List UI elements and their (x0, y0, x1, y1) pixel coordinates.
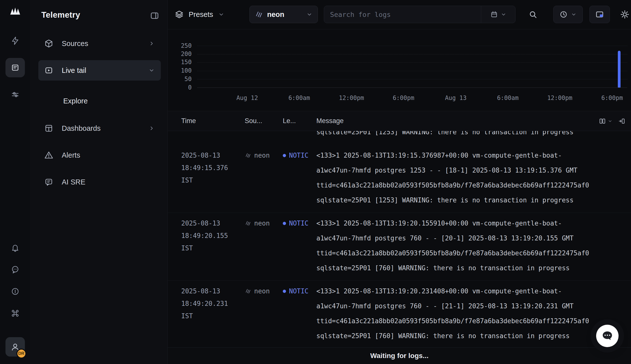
calendar-icon (490, 10, 498, 18)
chevron-down-icon (571, 12, 577, 18)
topbar: Presets neon (168, 0, 631, 29)
log-message-clipped: sqlstate=25P01 [1253] WARNING: there is … (316, 131, 631, 140)
y-tick-label: 50 (168, 76, 192, 82)
log-time: 2025-08-1318:49:15.376IST (181, 148, 245, 208)
grid-icon (44, 124, 53, 133)
log-time: 2025-08-1318:49:20.155IST (181, 216, 245, 276)
chevron-down-icon (306, 11, 313, 18)
x-axis-line (197, 88, 627, 88)
sidebar-item-live-tail[interactable]: Live tail (38, 60, 161, 80)
gridline (197, 46, 627, 46)
sidebar-item-dashboards[interactable]: Dashboards (38, 118, 161, 138)
chevron-right-icon (148, 40, 155, 47)
x-tick-label: 6:00pm (393, 94, 414, 102)
columns-icon (599, 117, 606, 125)
rail-item-logs[interactable] (6, 58, 25, 77)
y-tick-label: 200 (168, 50, 192, 58)
expand-columns-button[interactable] (618, 117, 625, 125)
x-tick-label: 6:00pm (601, 94, 623, 102)
sidebar-item-label: Live tail (62, 66, 86, 74)
sidebar-item-sources[interactable]: Sources (38, 33, 161, 54)
chat-fab[interactable] (596, 325, 618, 347)
app-logo[interactable] (10, 7, 21, 15)
log-row[interactable]: 2025-08-1318:49:20.155IST neon NOTIC <13… (168, 213, 631, 281)
log-table-header: Time Sou... Le... Message (168, 111, 631, 131)
layers-icon (175, 10, 184, 19)
icon-rail: DR (0, 0, 30, 364)
column-header-level: Le... (283, 117, 316, 125)
sidebar-item-alerts[interactable]: Alerts (38, 145, 161, 165)
chart-bar[interactable] (618, 51, 620, 88)
log-source: neon (245, 148, 283, 163)
chevron-down-icon (148, 67, 155, 74)
sidebar: Telemetry Sources Live tail Explore Dash… (30, 0, 168, 364)
sidebar-header: Telemetry (38, 8, 161, 33)
sidebar-item-label: AI SRE (62, 178, 85, 186)
x-tick-label: 6:00am (288, 94, 310, 102)
feedback-button[interactable] (9, 263, 22, 276)
log-message: <133>1 2025-08-13T13:19:20.231408+00:00 … (316, 284, 631, 343)
settings-button[interactable] (617, 6, 631, 23)
x-tick-label: 12:00pm (547, 94, 572, 102)
gridline (197, 54, 627, 54)
notifications-button[interactable] (9, 241, 22, 254)
bolt-icon (11, 36, 20, 45)
status-circle-icon (11, 287, 20, 296)
log-table-body: sqlstate=25P01 [1253] WARNING: there is … (168, 131, 631, 347)
gridline (197, 62, 627, 63)
rail-item-metrics[interactable] (6, 85, 25, 104)
log-message: <133>1 2025-08-13T13:19:20.155910+00:00 … (316, 216, 631, 276)
log-level: NOTIC (283, 284, 316, 298)
panel-collapse-icon (150, 11, 159, 20)
chevron-down-icon (501, 12, 507, 18)
chart-plot-area (197, 46, 627, 88)
source-selector[interactable]: neon (249, 6, 318, 23)
log-level: NOTIC (283, 148, 316, 163)
presets-label: Presets (189, 10, 213, 19)
save-view-button[interactable] (589, 6, 610, 23)
log-source: neon (245, 284, 283, 298)
y-tick-label: 100 (168, 67, 192, 74)
saved-filters-button[interactable] (481, 6, 515, 23)
gear-icon (620, 10, 629, 19)
x-tick-label: Aug 13 (445, 94, 467, 102)
collapse-sidebar-button[interactable] (150, 11, 159, 20)
x-tick-label: 12:00pm (339, 94, 364, 102)
gridline (197, 71, 627, 71)
time-range-dropdown[interactable] (553, 6, 583, 23)
main-content: Presets neon (168, 0, 631, 364)
chevron-right-icon (148, 125, 155, 132)
log-row[interactable]: 2025-08-1318:49:20.231IST neon NOTIC <13… (168, 281, 631, 347)
source-name: neon (267, 10, 302, 19)
logs-icon (11, 63, 20, 72)
page-title: Telemetry (41, 10, 80, 20)
alert-triangle-icon (44, 151, 53, 160)
rail-item-quickstart[interactable] (6, 31, 25, 50)
run-search-button[interactable] (525, 6, 540, 23)
user-avatar[interactable]: DR (6, 337, 25, 356)
level-dot (283, 154, 286, 157)
column-settings-button[interactable] (599, 117, 612, 125)
level-dot (283, 222, 286, 225)
sidebar-item-ai-sre[interactable]: AI SRE (38, 172, 161, 192)
sidebar-item-label: Alerts (62, 151, 80, 159)
source-icon (245, 220, 251, 226)
app-root: DR Telemetry Sources Live tail Explore D… (0, 0, 631, 364)
command-icon (11, 309, 20, 318)
source-icon (245, 288, 251, 294)
y-tick-label: 0 (168, 84, 192, 91)
shortcuts-button[interactable] (9, 307, 22, 320)
log-search-bar (324, 6, 515, 23)
expand-columns-icon (618, 117, 625, 125)
status-button[interactable] (9, 285, 22, 298)
log-level: NOTIC (283, 216, 316, 231)
presets-dropdown[interactable]: Presets (172, 6, 227, 23)
level-dot (283, 290, 286, 293)
log-row-clipped[interactable]: sqlstate=25P01 [1253] WARNING: there is … (168, 131, 631, 145)
search-input[interactable] (324, 6, 481, 23)
sidebar-item-label: Explore (63, 97, 88, 105)
column-header-source: Sou... (245, 117, 283, 125)
sidebar-item-explore[interactable]: Explore (38, 92, 161, 110)
log-row[interactable]: 2025-08-1318:49:15.376IST neon NOTIC <13… (168, 145, 631, 213)
source-icon (255, 10, 263, 19)
